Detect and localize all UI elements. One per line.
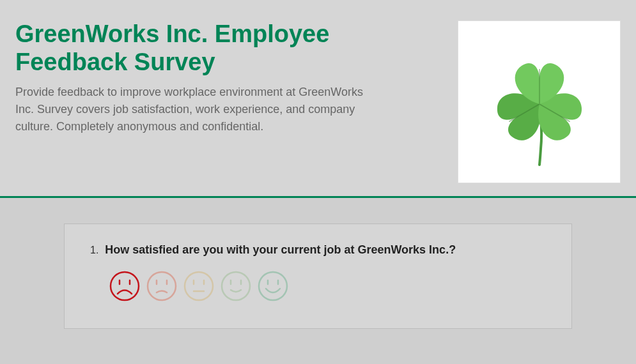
rating-very-dissatisfied[interactable] [109, 272, 140, 303]
header-text-block: GreenWorks Inc. Employee Feedback Survey… [15, 20, 373, 135]
survey-logo [458, 20, 621, 183]
question-text: How satisfied are you with your current … [105, 243, 456, 257]
rating-dissatisfied[interactable] [146, 272, 177, 303]
clover-icon [476, 34, 603, 171]
survey-description: Provide feedback to improve workplace en… [15, 84, 373, 135]
neutral-face-icon [183, 271, 214, 304]
slightly-happy-face-icon [221, 271, 251, 304]
question-number: 1. [90, 245, 98, 256]
question-card: 1. How satisfied are you with your curre… [64, 224, 572, 329]
question-section: 1. How satisfied are you with your curre… [0, 198, 636, 354]
survey-header: GreenWorks Inc. Employee Feedback Survey… [0, 0, 636, 198]
rating-neutral[interactable] [183, 272, 214, 303]
slightly-sad-face-icon [146, 271, 177, 304]
sad-face-icon [109, 271, 140, 304]
survey-title: GreenWorks Inc. Employee Feedback Survey [15, 20, 373, 76]
svg-point-6 [148, 272, 176, 300]
happy-face-icon [258, 271, 288, 304]
smiley-rating-row [109, 272, 546, 303]
svg-point-16 [259, 272, 287, 300]
svg-point-9 [185, 272, 213, 300]
rating-satisfied[interactable] [221, 272, 251, 303]
svg-point-13 [222, 272, 250, 300]
rating-very-satisfied[interactable] [258, 272, 288, 303]
svg-point-3 [111, 272, 139, 300]
question-row: 1. How satisfied are you with your curre… [90, 243, 546, 257]
